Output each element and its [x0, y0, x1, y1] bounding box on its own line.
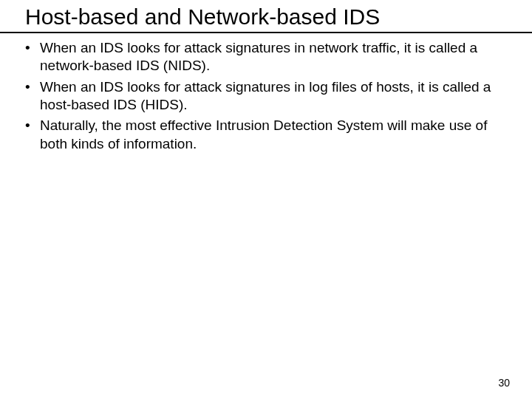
slide-body: When an IDS looks for attack signatures …	[0, 33, 532, 153]
slide-title: Host-based and Network-based IDS	[25, 4, 513, 32]
slide: Host-based and Network-based IDS When an…	[0, 0, 532, 399]
title-container: Host-based and Network-based IDS	[0, 0, 513, 32]
bullet-text: When an IDS looks for attack signatures …	[40, 79, 491, 112]
bullet-item: Naturally, the most effective Intrusion …	[22, 117, 510, 153]
bullet-text: When an IDS looks for attack signatures …	[40, 40, 477, 73]
bullet-text: Naturally, the most effective Intrusion …	[40, 117, 487, 151]
page-number: 30	[498, 377, 510, 389]
bullet-item: When an IDS looks for attack signatures …	[22, 39, 510, 75]
bullet-list: When an IDS looks for attack signatures …	[22, 39, 510, 153]
bullet-item: When an IDS looks for attack signatures …	[22, 78, 510, 115]
